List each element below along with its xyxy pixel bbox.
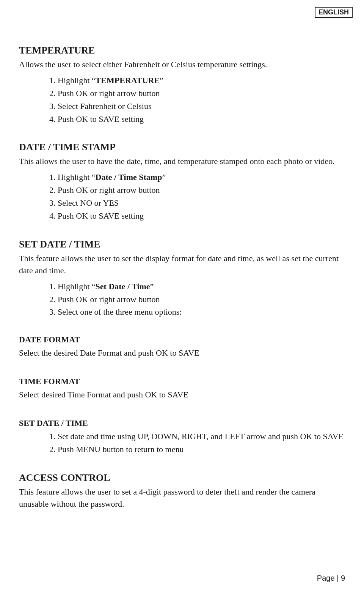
- date-time-stamp-step-1: 1. Highlight “Date / Time Stamp”: [49, 171, 345, 183]
- access-control-title: ACCESS CONTROL: [19, 472, 345, 484]
- english-badge: ENGLISH: [315, 7, 353, 18]
- date-time-stamp-step-2: 2. Push OK or right arrow button: [49, 184, 345, 196]
- set-date-time-substep-1: 1. Set date and time using UP, DOWN, RIG…: [49, 430, 345, 443]
- temperature-step-3: 3. Select Fahrenheit or Celsius: [49, 100, 345, 112]
- time-format-section: TIME FORMAT Select desired Time Format a…: [19, 377, 345, 401]
- temperature-title: TEMPERATURE: [19, 45, 345, 56]
- set-date-time-step-1: 1. Highlight “Set Date / Time”: [49, 280, 345, 293]
- set-date-time-subtitle: SET DATE / TIME: [19, 418, 345, 428]
- temperature-step-1: 1. Highlight “TEMPERATURE”: [49, 74, 345, 87]
- set-date-time-subsection: SET DATE / TIME 1. Set date and time usi…: [19, 418, 345, 455]
- temperature-section: TEMPERATURE Allows the user to select ei…: [19, 45, 345, 125]
- set-date-time-substep-2: 2. Push MENU button to return to menu: [49, 443, 345, 455]
- date-format-description: Select the desired Date Format and push …: [19, 347, 345, 359]
- time-format-description: Select desired Time Format and push OK t…: [19, 389, 345, 401]
- set-date-time-description: This feature allows the user to set the …: [19, 252, 345, 277]
- date-time-stamp-title: DATE / TIME STAMP: [19, 142, 345, 153]
- set-date-time-step-3: 3. Select one of the three menu options:: [49, 306, 345, 318]
- access-control-section: ACCESS CONTROL This feature allows the u…: [19, 472, 345, 510]
- date-time-stamp-section: DATE / TIME STAMP This allows the user t…: [19, 142, 345, 222]
- temperature-description: Allows the user to select either Fahrenh…: [19, 58, 345, 71]
- time-format-title: TIME FORMAT: [19, 377, 345, 386]
- date-time-stamp-step-4: 4. Push OK to SAVE setting: [49, 210, 345, 222]
- temperature-step-2: 2. Push OK or right arrow button: [49, 87, 345, 99]
- date-format-title: DATE FORMAT: [19, 335, 345, 345]
- page-footer: Page | 9: [317, 574, 345, 583]
- set-date-time-section: SET DATE / TIME This feature allows the …: [19, 239, 345, 318]
- date-format-section: DATE FORMAT Select the desired Date Form…: [19, 335, 345, 359]
- date-time-stamp-description: This allows the user to have the date, t…: [19, 155, 345, 167]
- set-date-time-title: SET DATE / TIME: [19, 239, 345, 250]
- date-time-stamp-step-3: 3. Select NO or YES: [49, 197, 345, 209]
- temperature-step-4: 4. Push OK to SAVE setting: [49, 113, 345, 125]
- set-date-time-step-2: 2. Push OK or right arrow button: [49, 293, 345, 306]
- access-control-description: This feature allows the user to set a 4-…: [19, 486, 345, 510]
